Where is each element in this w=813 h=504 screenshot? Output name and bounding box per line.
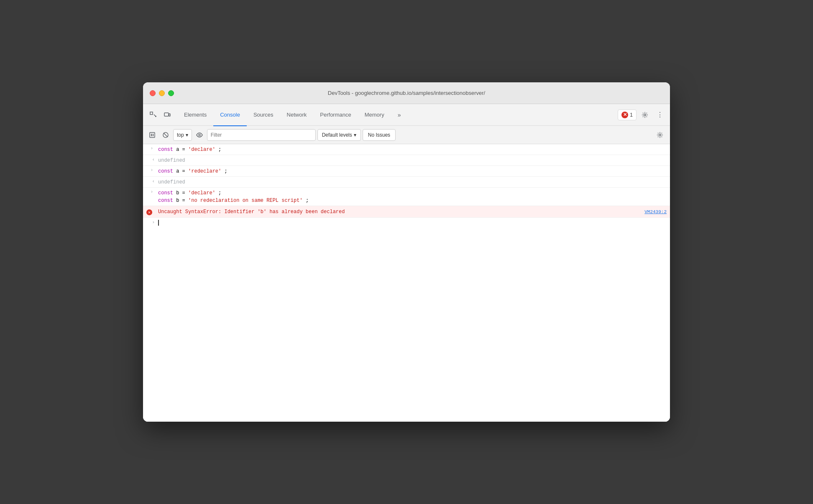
- expand-arrow-3[interactable]: ›: [151, 168, 153, 173]
- line-gutter-3: ›: [143, 167, 158, 173]
- settings-button[interactable]: [638, 108, 652, 122]
- line-content-2: undefined: [158, 156, 667, 164]
- line-content-1: const a = 'declare' ;: [158, 145, 667, 153]
- input-cursor: [158, 220, 159, 226]
- keyword-const-1: const: [158, 147, 173, 153]
- console-settings-button[interactable]: [653, 128, 667, 142]
- tab-memory[interactable]: Memory: [358, 104, 391, 126]
- console-output: › const a = 'declare' ; ‹ undefined: [143, 144, 670, 422]
- keyword-const-4: const: [158, 198, 173, 204]
- line-gutter-5: ›: [143, 189, 158, 194]
- keyword-const-2: const: [158, 168, 173, 174]
- error-badge[interactable]: ✕ 1: [618, 109, 637, 120]
- line-content-3: const a = 'redeclare' ;: [158, 167, 667, 175]
- filter-input[interactable]: [207, 129, 316, 141]
- console-line-2: ‹ undefined: [143, 155, 670, 166]
- levels-button[interactable]: Default levels ▾: [317, 129, 361, 141]
- tab-network[interactable]: Network: [280, 104, 314, 126]
- console-input-line[interactable]: ›: [143, 218, 670, 228]
- svg-point-6: [199, 134, 200, 136]
- error-source-link[interactable]: VM2439:2: [644, 208, 667, 216]
- svg-rect-1: [164, 113, 169, 116]
- expand-arrow-5[interactable]: ›: [151, 190, 153, 194]
- error-count-icon: ✕: [621, 112, 628, 118]
- console-line-4: ‹ undefined: [143, 177, 670, 188]
- error-x-icon: ✕: [623, 112, 627, 117]
- line-gutter-2: ‹: [143, 156, 158, 162]
- string-no-redeclaration: 'no redeclaration on same REPL script': [188, 198, 303, 204]
- svg-rect-0: [150, 112, 153, 115]
- tab-bar-icons: [146, 108, 174, 122]
- no-issues-button[interactable]: No Issues: [363, 129, 396, 141]
- code-line-5b: const b = 'no redeclaration on same REPL…: [158, 197, 667, 204]
- output-arrow-1: ‹: [152, 157, 155, 162]
- error-icon: ✕: [146, 209, 152, 215]
- inspect-element-button[interactable]: [146, 108, 160, 122]
- error-message: Uncaught SyntaxError: Identifier 'b' has…: [158, 208, 638, 216]
- more-options-button[interactable]: ⋮: [653, 108, 667, 122]
- error-count: 1: [630, 112, 633, 118]
- line-gutter-error: ✕: [143, 208, 158, 215]
- expand-arrow-1[interactable]: ›: [151, 146, 153, 151]
- device-toolbar-button[interactable]: [161, 108, 174, 122]
- keyword-const-3: const: [158, 190, 173, 196]
- svg-point-7: [659, 134, 661, 136]
- window-title: DevTools - googlechrome.github.io/sample…: [328, 90, 485, 96]
- console-line-3: › const a = 'redeclare' ;: [143, 166, 670, 177]
- output-arrow-2: ‹: [152, 179, 155, 184]
- string-declare-b: 'declare': [188, 190, 215, 196]
- close-button[interactable]: [150, 90, 156, 96]
- context-dropdown-arrow: ▾: [186, 132, 188, 138]
- svg-rect-4: [150, 132, 155, 137]
- minimize-button[interactable]: [159, 90, 165, 96]
- console-line-5: › const b = 'declare' ; const b = 'no re…: [143, 188, 670, 206]
- traffic-lights: [150, 90, 174, 96]
- console-toolbar: top ▾ Default levels ▾ No Issues: [143, 126, 670, 144]
- undefined-text-1: undefined: [158, 158, 185, 163]
- line-gutter-1: ›: [143, 145, 158, 151]
- line-gutter-4: ‹: [143, 178, 158, 184]
- devtools-panel: Elements Console Sources Network Perform…: [143, 104, 670, 422]
- tab-sources[interactable]: Sources: [247, 104, 280, 126]
- execute-button[interactable]: [146, 129, 158, 141]
- tab-elements[interactable]: Elements: [177, 104, 213, 126]
- line-content-4: undefined: [158, 178, 667, 186]
- string-declare-1: 'declare': [188, 147, 215, 153]
- tab-bar-right: ✕ 1 ⋮: [618, 108, 667, 122]
- tab-console[interactable]: Console: [213, 104, 247, 126]
- eye-button[interactable]: [194, 129, 205, 141]
- code-line-5a: const b = 'declare' ;: [158, 189, 667, 197]
- undefined-text-2: undefined: [158, 179, 185, 185]
- tab-bar: Elements Console Sources Network Perform…: [143, 104, 670, 126]
- console-line-error: ✕ Uncaught SyntaxError: Identifier 'b' h…: [143, 206, 670, 218]
- tab-performance[interactable]: Performance: [313, 104, 358, 126]
- title-bar: DevTools - googlechrome.github.io/sample…: [143, 82, 670, 104]
- console-input[interactable]: [158, 219, 667, 226]
- levels-arrow-icon: ▾: [354, 132, 356, 138]
- string-redeclare: 'redeclare': [188, 168, 221, 174]
- console-line-1: › const a = 'declare' ;: [143, 144, 670, 155]
- line-content-5: const b = 'declare' ; const b = 'no rede…: [158, 189, 667, 204]
- tab-more[interactable]: »: [391, 104, 408, 126]
- svg-rect-2: [169, 114, 170, 116]
- context-selector[interactable]: top ▾: [173, 129, 192, 141]
- input-prompt: ›: [143, 219, 158, 225]
- svg-point-3: [644, 114, 646, 116]
- clear-console-button[interactable]: [160, 129, 171, 141]
- devtools-window: DevTools - googlechrome.github.io/sample…: [143, 82, 670, 422]
- maximize-button[interactable]: [168, 90, 174, 96]
- error-content: Uncaught SyntaxError: Identifier 'b' has…: [158, 208, 667, 216]
